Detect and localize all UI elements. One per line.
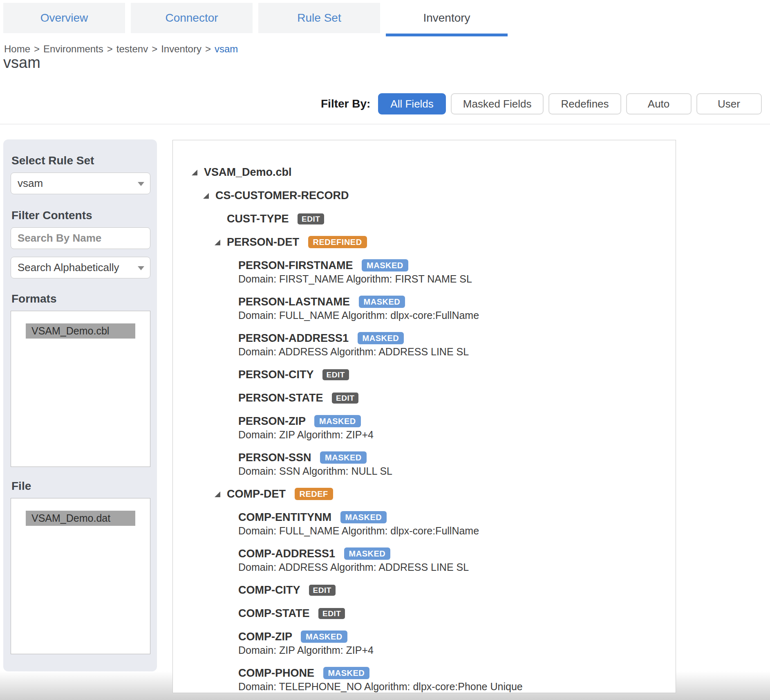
file-list: VSAM_Demo.dat <box>11 498 150 654</box>
format-list-item-selected[interactable]: VSAM_Demo.cbl <box>26 323 135 339</box>
tree-row[interactable]: CUST-TYPE EDIT <box>173 212 676 225</box>
status-badge[interactable]: EDIT <box>309 585 336 596</box>
tree-node-label: COMP-ENTITYNM <box>238 511 331 523</box>
tree-node-label: PERSON-SSN <box>238 451 311 464</box>
tree-node-label: CS-CUSTOMER-RECORD <box>215 189 349 202</box>
collapse-triangle-icon[interactable] <box>215 491 220 497</box>
tree-row[interactable]: PERSON-SSN MASKED Domain: SSN Algorithm:… <box>173 451 676 477</box>
filter-button-all-fields[interactable]: All Fields <box>378 93 445 114</box>
tree-row[interactable]: PERSON-FIRSTNAME MASKED Domain: FIRST_NA… <box>173 259 676 285</box>
tree-row[interactable]: COMP-DET REDEF <box>173 487 676 500</box>
tree-node-label: COMP-DET <box>227 488 286 500</box>
status-badge[interactable]: MASKED <box>340 511 387 523</box>
tree-row[interactable]: COMP-STATE EDIT <box>173 607 676 620</box>
tree-node-details: Domain: TELEPHONE_NO Algorithm: dlpx-cor… <box>238 680 676 693</box>
collapse-triangle-icon[interactable] <box>215 240 220 245</box>
tab-connector[interactable]: Connector <box>131 3 253 33</box>
tree-node-label: PERSON-FIRSTNAME <box>238 259 353 271</box>
select-rule-set-label: Select Rule Set <box>11 155 150 167</box>
filter-contents-label: Filter Contents <box>11 209 150 222</box>
tab-inventory[interactable]: Inventory <box>386 3 508 33</box>
tree-row[interactable]: PERSON-STATE EDIT <box>173 391 676 404</box>
status-badge[interactable]: EDIT <box>332 393 358 404</box>
tree-node-label: VSAM_Demo.cbl <box>204 166 292 178</box>
filter-button-user[interactable]: User <box>696 93 762 114</box>
breadcrumb-separator: > <box>107 43 113 54</box>
tree-node-details: Domain: ZIP Algorithm: ZIP+4 <box>238 644 676 656</box>
filter-button-auto[interactable]: Auto <box>626 93 692 114</box>
tab-rule-set[interactable]: Rule Set <box>258 3 380 33</box>
tree-node-details: Domain: ADDRESS Algorithm: ADDRESS LINE … <box>238 561 676 573</box>
filter-button-masked-fields[interactable]: Masked Fields <box>451 93 544 114</box>
tree-node-label: CUST-TYPE <box>227 213 289 225</box>
tree-node-label: COMP-ZIP <box>238 630 292 643</box>
rule-set-select[interactable]: vsam <box>11 173 150 194</box>
file-label: File <box>11 480 150 492</box>
tree-row[interactable]: COMP-CITY EDIT <box>173 583 676 597</box>
tree-node-details: Domain: SSN Algorithm: NULL SL <box>238 465 676 477</box>
tree-node-label: PERSON-STATE <box>238 392 323 404</box>
tree-node-details: Domain: FULL_NAME Algorithm: dlpx-core:F… <box>238 525 676 537</box>
filter-button-redefines[interactable]: Redefines <box>548 93 621 114</box>
filter-by-label: Filter By: <box>321 97 370 110</box>
sort-select[interactable]: Search Alphabetically <box>11 257 150 278</box>
header-divider <box>0 124 770 124</box>
tree-node-label: COMP-CITY <box>238 584 300 596</box>
tree-row[interactable]: COMP-ZIP MASKED Domain: ZIP Algorithm: Z… <box>173 630 676 656</box>
tree-node-label: PERSON-CITY <box>238 368 313 381</box>
status-badge[interactable]: REDEFINED <box>308 236 367 248</box>
chevron-down-icon <box>138 266 144 270</box>
tree-row[interactable]: PERSON-ADDRESS1 MASKED Domain: ADDRESS A… <box>173 332 676 358</box>
status-badge[interactable]: EDIT <box>322 369 349 380</box>
tree-node-details: Domain: ZIP Algorithm: ZIP+4 <box>238 429 676 441</box>
sort-select-value: Search Alphabetically <box>18 261 119 274</box>
tree-row[interactable]: COMP-PHONE MASKED Domain: TELEPHONE_NO A… <box>173 666 676 693</box>
breadcrumb-separator: > <box>152 43 157 54</box>
tree-node-label: PERSON-ZIP <box>238 415 306 427</box>
breadcrumb-item[interactable]: Inventory <box>161 43 201 54</box>
tab-overview[interactable]: Overview <box>3 3 125 33</box>
tree-row[interactable]: PERSON-CITY EDIT <box>173 368 676 381</box>
tree-node-label: PERSON-ADDRESS1 <box>238 332 349 344</box>
tree-row[interactable]: COMP-ENTITYNM MASKED Domain: FULL_NAME A… <box>173 511 676 537</box>
page-title: vsam <box>3 54 40 72</box>
status-badge[interactable]: EDIT <box>318 608 345 619</box>
collapse-triangle-icon[interactable] <box>192 170 197 175</box>
search-by-name-input[interactable] <box>11 227 150 249</box>
breadcrumb-item[interactable]: Home <box>4 43 30 54</box>
status-badge[interactable]: REDEF <box>295 488 333 500</box>
inventory-tree: VSAM_Demo.cbl CS-CUSTOMER-RECORD CUST-TY… <box>172 140 676 693</box>
breadcrumb-separator: > <box>34 43 40 54</box>
collapse-triangle-icon[interactable] <box>203 193 209 199</box>
status-badge[interactable]: MASKED <box>323 667 370 679</box>
status-badge[interactable]: MASKED <box>344 547 391 560</box>
tab-bar: Overview Connector Rule Set Inventory <box>3 3 508 33</box>
rule-set-select-value: vsam <box>18 177 43 190</box>
status-badge[interactable]: MASKED <box>314 415 361 427</box>
tree-row[interactable]: VSAM_Demo.cbl <box>173 166 676 179</box>
tree-row[interactable]: COMP-ADDRESS1 MASKED Domain: ADDRESS Alg… <box>173 547 676 573</box>
tree-node-label: COMP-PHONE <box>238 667 314 679</box>
tree-node-label: PERSON-LASTNAME <box>238 296 350 308</box>
status-badge[interactable]: MASKED <box>362 259 408 271</box>
status-badge[interactable]: MASKED <box>358 332 404 344</box>
status-badge[interactable]: EDIT <box>298 213 324 224</box>
breadcrumb-item[interactable]: Environments <box>43 43 103 54</box>
tree-node-details: Domain: FIRST_NAME Algorithm: FIRST NAME… <box>238 273 676 285</box>
tree-node-label: PERSON-DET <box>227 236 299 248</box>
formats-list: VSAM_Demo.cbl <box>11 311 150 467</box>
tree-row[interactable]: PERSON-ZIP MASKED Domain: ZIP Algorithm:… <box>173 415 676 441</box>
tree-row[interactable]: PERSON-LASTNAME MASKED Domain: FULL_NAME… <box>173 295 676 321</box>
status-badge[interactable]: MASKED <box>320 451 367 464</box>
tree-row[interactable]: CS-CUSTOMER-RECORD <box>173 189 676 202</box>
breadcrumb-separator: > <box>205 43 211 54</box>
status-badge[interactable]: MASKED <box>301 630 347 643</box>
formats-label: Formats <box>11 293 150 305</box>
breadcrumb-item[interactable]: vsam <box>215 43 238 54</box>
file-list-item-selected[interactable]: VSAM_Demo.dat <box>26 511 135 526</box>
breadcrumb: Home>Environments>testenv>Inventory>vsam <box>4 43 238 55</box>
breadcrumb-item[interactable]: testenv <box>116 43 148 54</box>
filter-bar: Filter By: All Fields Masked Fields Rede… <box>321 93 762 114</box>
status-badge[interactable]: MASKED <box>359 296 405 308</box>
tree-row[interactable]: PERSON-DET REDEFINED <box>173 236 676 249</box>
